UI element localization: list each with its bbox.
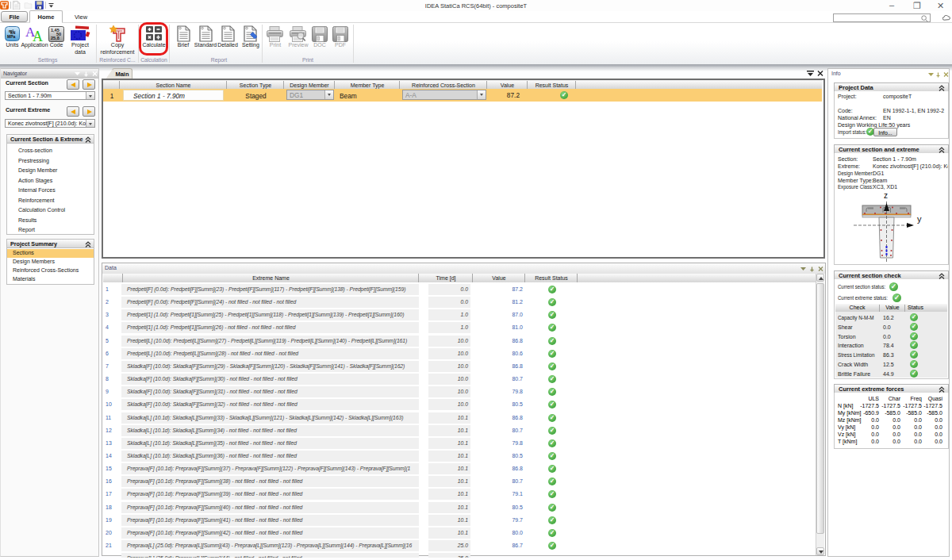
svg-text:A: A	[33, 29, 43, 42]
svg-text:y: y	[917, 214, 922, 224]
svg-text:MPa: MPa	[7, 34, 16, 39]
svg-text:25,8: 25,8	[51, 36, 60, 40]
svg-text:z: z	[884, 191, 888, 200]
